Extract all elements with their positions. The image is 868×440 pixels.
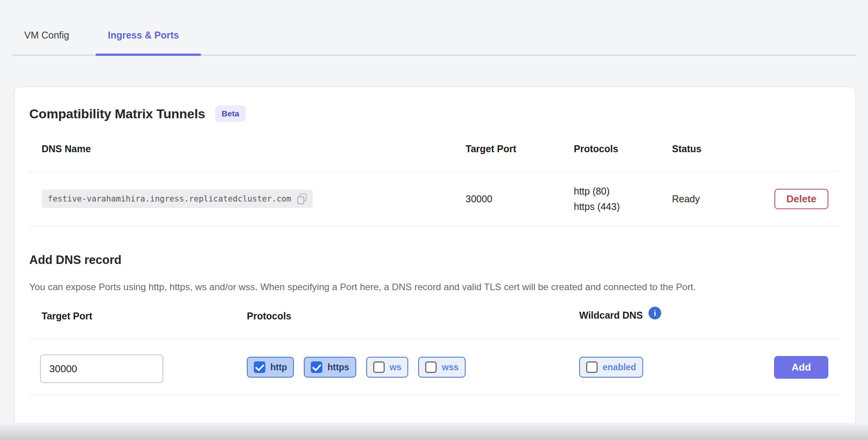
protocol-entry-http: http (80) [574, 183, 672, 199]
protocol-entry-https: https (443) [574, 199, 672, 214]
table-row: festive-varahamihira.ingress.replicatedc… [29, 172, 841, 226]
protocol-checkbox-http[interactable]: http [247, 357, 294, 378]
protocol-checkbox-wss[interactable]: wss [418, 357, 465, 378]
column-header-actions [767, 149, 828, 166]
add-dns-record-heading: Add DNS record [29, 253, 841, 267]
protocols-cell: http (80) https (443) [574, 183, 672, 214]
column-header-target-port: Target Port [466, 143, 574, 171]
page-bottom-shadow [0, 423, 868, 440]
info-icon[interactable]: i [648, 307, 661, 319]
panel-title: Compatibility Matrix Tunnels [29, 106, 205, 121]
add-form-header: Target Port Protocols Wildcard DNS i [29, 294, 841, 339]
wildcard-enabled-checkbox[interactable]: enabled [579, 357, 643, 378]
copy-icon[interactable] [297, 193, 307, 204]
target-port-input[interactable] [40, 354, 163, 383]
protocol-options-group: http https ws wss [247, 357, 579, 378]
delete-button[interactable]: Delete [774, 189, 828, 209]
column-header-status: Status [672, 143, 767, 171]
ws-checkbox-icon [373, 361, 385, 373]
add-form-row: http https ws wss enabled Add [29, 339, 841, 395]
row-actions-cell: Delete [774, 189, 828, 209]
tunnels-panel: Compatibility Matrix Tunnels Beta DNS Na… [14, 87, 856, 426]
tab-ingress-ports[interactable]: Ingress & Ports [108, 29, 179, 42]
wildcard-dns-cell: enabled [579, 357, 767, 378]
http-checkbox-icon [254, 361, 265, 373]
form-label-wildcard-dns: Wildcard DNS i [579, 310, 767, 322]
dns-name-cell: festive-varahamihira.ingress.replicatedc… [42, 190, 466, 208]
add-button[interactable]: Add [774, 356, 828, 379]
dns-name-value: festive-varahamihira.ingress.replicatedc… [48, 194, 291, 203]
https-checkbox-icon [311, 361, 322, 373]
tab-vm-config[interactable]: VM Config [24, 29, 69, 42]
ws-checkbox-label: ws [390, 362, 402, 373]
target-port-cell: 30000 [466, 193, 574, 205]
dns-name-pill: festive-varahamihira.ingress.replicatedc… [42, 190, 313, 208]
https-checkbox-label: https [327, 362, 349, 373]
http-checkbox-label: http [270, 362, 287, 373]
enabled-checkbox-icon [586, 361, 598, 373]
protocol-checkbox-https[interactable]: https [304, 357, 356, 378]
protocol-checkbox-ws[interactable]: ws [366, 357, 409, 378]
target-port-field-cell [42, 354, 247, 383]
column-header-protocols: Protocols [574, 143, 672, 171]
beta-badge: Beta [215, 106, 246, 122]
enabled-checkbox-label: enabled [603, 362, 636, 373]
wildcard-dns-label-text: Wildcard DNS [579, 310, 643, 321]
form-label-target-port: Target Port [42, 311, 247, 322]
add-dns-record-description: You can expose Ports using http, https, … [29, 279, 826, 294]
form-label-protocols: Protocols [247, 311, 579, 322]
tunnels-table-header: DNS Name Target Port Protocols Status [29, 123, 841, 172]
status-cell: Ready [672, 193, 767, 205]
active-tab-underline [96, 54, 201, 56]
column-header-dns-name: DNS Name [42, 143, 466, 171]
wss-checkbox-label: wss [442, 362, 458, 373]
wss-checkbox-icon [425, 361, 437, 373]
panel-header: Compatibility Matrix Tunnels Beta [29, 87, 841, 123]
